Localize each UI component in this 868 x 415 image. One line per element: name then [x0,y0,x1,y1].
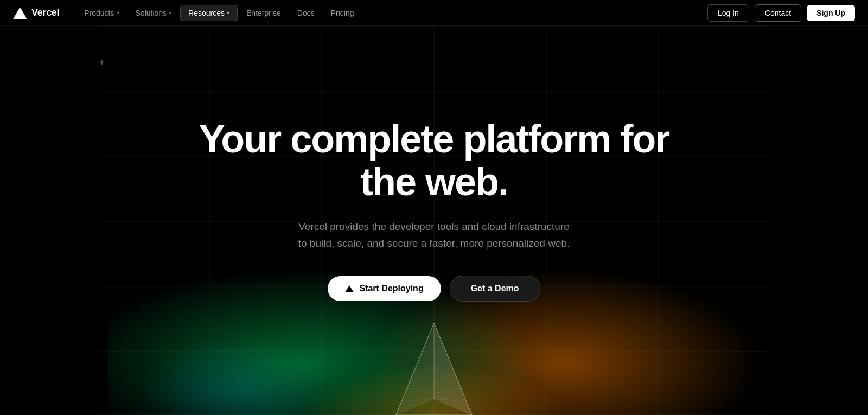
nav-links: Products ▾ Solutions ▾ Resources ▾ Enter… [76,5,703,21]
signup-button[interactable]: Sign Up [807,5,855,21]
deploy-button-label: Start Deploying [359,284,423,293]
vercel-logo-icon [13,7,27,19]
hero-subtitle-line2: to build, scale, and secure a faster, mo… [298,238,570,249]
nav-label-resources: Resources [188,9,225,17]
nav-label-solutions: Solutions [136,9,167,17]
nav-item-enterprise[interactable]: Enterprise [239,5,289,21]
nav-item-resources[interactable]: Resources ▾ [180,5,238,21]
nav-item-products[interactable]: Products ▾ [76,5,126,21]
nav-item-solutions[interactable]: Solutions ▾ [128,5,180,21]
hero-title: Your complete platform for the web. [190,118,678,203]
nav-item-docs[interactable]: Docs [290,5,322,21]
nav-item-pricing[interactable]: Pricing [323,5,362,21]
demo-button-label: Get a Demo [471,284,519,293]
logo-text: Vercel [31,7,59,18]
hero-buttons: Start Deploying Get a Demo [328,276,540,302]
triangle-icon [345,285,354,292]
nav-label-enterprise: Enterprise [246,9,281,17]
nav-label-docs: Docs [297,9,315,17]
nav-label-products: Products [84,9,114,17]
nav-label-pricing: Pricing [331,9,354,17]
start-deploying-button[interactable]: Start Deploying [328,276,441,301]
hero-content: Your complete platform for the web. Verc… [179,118,689,302]
get-demo-button[interactable]: Get a Demo [450,276,540,302]
hero-subtitle: Vercel provides the developer tools and … [298,219,570,252]
navbar: Vercel Products ▾ Solutions ▾ Resources … [0,0,868,26]
hero-section: + Your complete platform for the web. Ve… [0,0,868,415]
pyramid-graphic [380,317,488,415]
nav-right: Log In Contact Sign Up [707,4,855,22]
logo-link[interactable]: Vercel [13,7,59,19]
chevron-down-icon: ▾ [117,10,119,16]
contact-button[interactable]: Contact [755,4,801,22]
chevron-down-icon: ▾ [227,10,229,16]
hero-subtitle-line1: Vercel provides the developer tools and … [298,221,570,232]
login-button[interactable]: Log In [707,4,749,22]
chevron-down-icon: ▾ [169,10,171,16]
